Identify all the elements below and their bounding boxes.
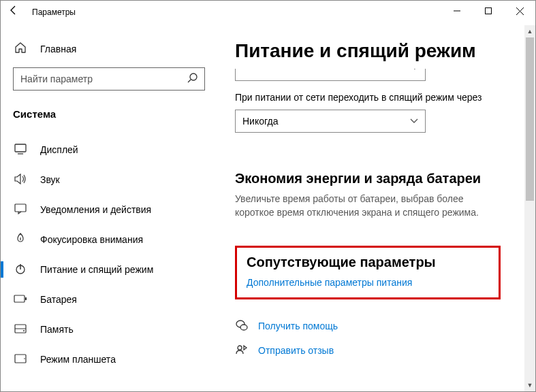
feedback-link[interactable]: Отправить отзыв <box>235 344 535 357</box>
sidebar-item-notifications[interactable]: Уведомления и действия <box>1 195 219 225</box>
sidebar-item-label: Питание и спящий режим <box>40 264 153 275</box>
battery-icon <box>13 294 28 305</box>
home-label: Главная <box>40 44 76 54</box>
minimize-button[interactable] <box>441 1 473 21</box>
sidebar-item-label: Батарея <box>40 294 77 305</box>
back-button[interactable] <box>6 5 21 19</box>
help-label: Получить помощь <box>258 321 338 331</box>
storage-icon <box>13 324 28 336</box>
battery-section-title: Экономия энергии и заряда батареи <box>235 171 535 186</box>
sidebar-item-power[interactable]: Питание и спящий режим <box>1 255 219 284</box>
title-bar: Параметры <box>1 1 535 25</box>
sleep-select[interactable]: Никогда <box>235 110 426 133</box>
select-value: Никогда <box>242 116 278 127</box>
search-input[interactable] <box>20 74 187 84</box>
feedback-icon <box>235 344 249 357</box>
sidebar: Главная Система Дисплей Звук <box>1 25 219 391</box>
sidebar-item-storage[interactable]: Память <box>1 314 219 344</box>
related-title: Сопутствующие параметры <box>247 255 489 270</box>
sidebar-item-tablet[interactable]: Режим планшета <box>1 344 219 374</box>
svg-rect-1 <box>486 8 492 14</box>
sidebar-item-battery[interactable]: Батарея <box>1 284 219 314</box>
tablet-icon <box>13 354 28 365</box>
scroll-thumb[interactable] <box>526 37 534 201</box>
display-icon <box>13 144 28 157</box>
sidebar-item-label: Уведомления и действия <box>40 204 151 215</box>
page-title: Питание и спящий режим <box>235 40 535 62</box>
search-box[interactable] <box>13 67 205 91</box>
maximize-button[interactable] <box>473 1 504 21</box>
svg-point-19 <box>240 325 247 330</box>
window-title: Параметры <box>32 7 76 17</box>
screen-off-select-partial[interactable]: Никогда ▼ <box>235 69 426 81</box>
help-icon <box>235 320 249 332</box>
sidebar-item-focus[interactable]: Фокусировка внимания <box>1 225 219 255</box>
related-settings-highlight: Сопутствующие параметры Дополнительные п… <box>235 246 501 299</box>
svg-point-17 <box>24 358 25 359</box>
svg-rect-11 <box>14 295 25 302</box>
svg-line-5 <box>188 80 191 82</box>
get-help-link[interactable]: Получить помощь <box>235 320 535 332</box>
focus-icon <box>13 233 28 247</box>
additional-power-settings-link[interactable]: Дополнительные параметры питания <box>247 277 489 288</box>
close-button[interactable] <box>504 1 535 21</box>
svg-rect-12 <box>25 297 27 300</box>
scroll-track[interactable] <box>524 37 535 379</box>
sidebar-nav: Дисплей Звук Уведомления и действия Фоку… <box>1 135 219 374</box>
sidebar-item-label: Режим планшета <box>40 354 116 365</box>
vertical-scrollbar[interactable]: ▲ ▼ <box>524 25 535 391</box>
main-pane: Питание и спящий режим Никогда ▼ При пит… <box>219 25 535 391</box>
sidebar-item-home[interactable]: Главная <box>13 42 219 56</box>
sidebar-section-header: Система <box>13 108 219 120</box>
scroll-up-arrow[interactable]: ▲ <box>527 25 533 37</box>
sidebar-item-display[interactable]: Дисплей <box>1 135 219 165</box>
power-icon <box>13 263 28 277</box>
svg-point-4 <box>190 74 197 80</box>
svg-point-14 <box>23 330 25 331</box>
sidebar-item-label: Звук <box>40 174 60 185</box>
sound-icon <box>13 174 28 186</box>
svg-rect-8 <box>15 204 26 212</box>
chevron-down-icon <box>410 118 418 125</box>
sidebar-item-sound[interactable]: Звук <box>1 165 219 195</box>
feedback-label: Отправить отзыв <box>258 345 334 356</box>
search-icon <box>187 73 198 85</box>
sidebar-item-label: Фокусировка внимания <box>40 234 143 245</box>
battery-section-desc: Увеличьте время работы от батареи, выбра… <box>235 192 494 220</box>
sidebar-item-label: Дисплей <box>40 144 78 155</box>
svg-point-20 <box>238 346 242 350</box>
home-icon <box>13 42 28 56</box>
notifications-icon <box>13 203 28 216</box>
sleep-label: При питании от сети переходить в спящий … <box>235 92 535 103</box>
svg-rect-6 <box>15 144 26 152</box>
sidebar-item-label: Память <box>40 324 74 335</box>
scroll-down-arrow[interactable]: ▼ <box>527 379 533 391</box>
